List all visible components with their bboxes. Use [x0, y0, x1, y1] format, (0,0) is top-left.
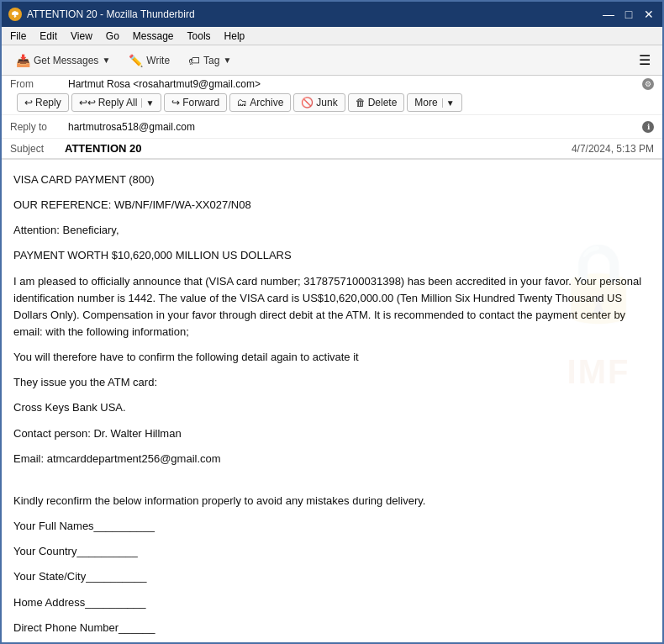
get-messages-dropdown-icon[interactable]: ▼: [102, 55, 110, 65]
more-button[interactable]: More ▼: [407, 93, 461, 112]
body-email: Email: atmcarddepartment256@gmail.com: [13, 451, 651, 467]
delete-icon: 🗑: [356, 97, 366, 108]
delete-button[interactable]: 🗑 Delete: [348, 93, 405, 112]
tag-label: Tag: [203, 55, 219, 66]
subject-value: ATTENTION 20: [65, 142, 572, 155]
from-row: From Hartmut Rosa <rosahartmut9@gmail.co…: [2, 76, 662, 115]
menu-tools[interactable]: Tools: [182, 29, 216, 43]
body-para2-1: You will therefore have to confirm the f…: [13, 349, 651, 366]
reply-all-dropdown-icon[interactable]: ▼: [141, 98, 154, 108]
reply-to-row: Reply to hartmutrosa518@gmail.com ℹ: [2, 115, 662, 139]
reply-to-label: Reply to: [10, 121, 65, 133]
menu-help[interactable]: Help: [219, 29, 250, 43]
menu-edit[interactable]: Edit: [34, 29, 62, 43]
junk-button[interactable]: 🚫 Junk: [293, 93, 345, 112]
archive-button[interactable]: 🗂 Archive: [229, 93, 291, 112]
body-kindly: Kindly reconfirm the below information p…: [13, 493, 651, 509]
get-messages-icon: 📥: [16, 54, 30, 67]
reply-all-icon: ↩↩: [79, 97, 96, 108]
reply-button[interactable]: ↩ Reply: [17, 93, 69, 112]
body-line1: VISA CARD PAYMENT (800): [13, 172, 651, 188]
menu-file[interactable]: File: [5, 29, 31, 43]
get-messages-button[interactable]: 📥 Get Messages ▼: [8, 50, 118, 71]
body-field2: Your Country__________: [13, 543, 651, 560]
body-contact: Contact person: Dr. Walter Hillman: [13, 425, 651, 442]
title-bar-left: 🌩 ATTENTION 20 - Mozilla Thunderbird: [8, 8, 195, 21]
email-body: 🔒 IMF VISA CARD PAYMENT (800) OUR REFERE…: [2, 160, 662, 644]
subject-row: Subject ATTENTION 20 4/7/2024, 5:13 PM: [2, 139, 662, 159]
more-dropdown-icon[interactable]: ▼: [442, 98, 455, 108]
tag-button[interactable]: 🏷 Tag ▼: [181, 50, 239, 71]
title-bar: 🌩 ATTENTION 20 - Mozilla Thunderbird — □…: [2, 2, 662, 27]
body-para2-2: They issue you the ATM card:: [13, 374, 651, 391]
archive-label: Archive: [250, 97, 283, 108]
reply-all-button[interactable]: ↩↩ Reply All ▼: [71, 93, 162, 112]
body-greeting: Attention: Beneficiary,: [13, 222, 651, 239]
body-field4: Home Address__________: [13, 594, 651, 611]
reply-label: Reply: [35, 97, 61, 108]
archive-icon: 🗂: [237, 97, 247, 108]
junk-icon: 🚫: [301, 97, 314, 108]
write-label: Write: [146, 55, 170, 66]
from-value: Hartmut Rosa <rosahartmut9@gmail.com>: [68, 78, 635, 90]
body-headline: PAYMENT WORTH $10,620,000 MILLION US DOL…: [13, 247, 651, 264]
close-button[interactable]: ✕: [642, 8, 656, 21]
action-buttons: ↩ Reply ↩↩ Reply All ▼ ↪ Forward 🗂 Archi…: [17, 93, 462, 112]
email-header: From Hartmut Rosa <rosahartmut9@gmail.co…: [2, 76, 662, 160]
write-button[interactable]: ✏️ Write: [121, 50, 177, 71]
delete-label: Delete: [368, 97, 398, 108]
write-icon: ✏️: [129, 54, 143, 67]
body-line2: OUR REFERENCE: WB/NF/IMF/WA-XX027/N08: [13, 197, 651, 214]
body-field3: Your State/City__________: [13, 568, 651, 585]
body-field1: Your Full Names__________: [13, 518, 651, 535]
email-date: 4/7/2024, 5:13 PM: [572, 143, 654, 155]
reply-to-value: hartmutrosa518@gmail.com: [68, 121, 635, 133]
menu-message[interactable]: Message: [128, 29, 179, 43]
forward-icon: ↪: [171, 97, 180, 108]
menu-bar: File Edit View Go Message Tools Help: [2, 27, 662, 45]
app-icon: 🌩: [8, 8, 22, 21]
body-field5: Direct Phone Number______: [13, 620, 651, 636]
from-label: From: [10, 78, 65, 90]
body-para1: I am pleased to officially announce that…: [13, 273, 651, 341]
from-verify-icon[interactable]: ⚙: [642, 78, 654, 90]
tag-dropdown-icon[interactable]: ▼: [223, 55, 231, 65]
reply-to-info-icon[interactable]: ℹ: [642, 121, 654, 133]
junk-label: Junk: [316, 97, 337, 108]
minimize-button[interactable]: —: [602, 8, 615, 21]
window-controls[interactable]: — □ ✕: [602, 8, 656, 21]
get-messages-label: Get Messages: [34, 55, 98, 66]
hamburger-menu-icon[interactable]: ☰: [634, 50, 656, 70]
main-toolbar: 📥 Get Messages ▼ ✏️ Write 🏷 Tag ▼ ☰: [2, 45, 662, 76]
tag-icon: 🏷: [188, 54, 200, 67]
menu-view[interactable]: View: [66, 29, 97, 43]
reply-all-label: Reply All: [98, 97, 138, 108]
body-bank-name: Cross Keys Bank USA.: [13, 399, 651, 416]
menu-go[interactable]: Go: [101, 29, 124, 43]
forward-button[interactable]: ↪ Forward: [164, 93, 227, 112]
maximize-button[interactable]: □: [622, 8, 635, 21]
more-label: More: [414, 97, 437, 108]
reply-icon: ↩: [24, 97, 33, 108]
forward-label: Forward: [182, 97, 219, 108]
window-title: ATTENTION 20 - Mozilla Thunderbird: [27, 8, 195, 20]
subject-label: Subject: [10, 143, 65, 155]
